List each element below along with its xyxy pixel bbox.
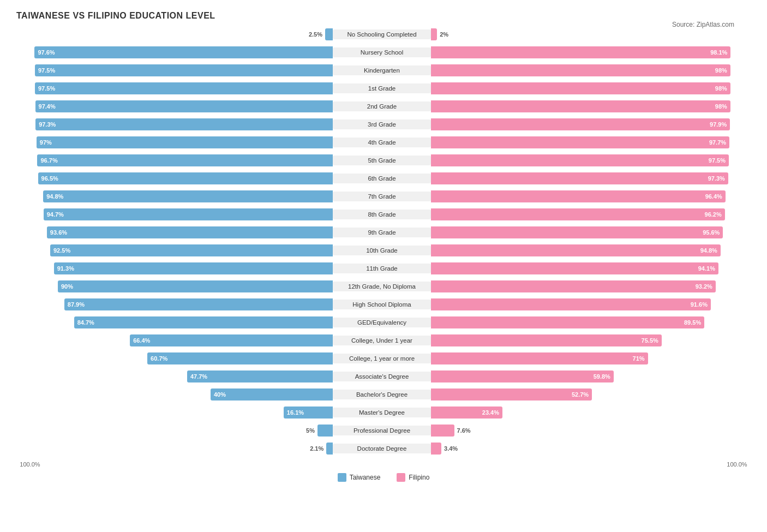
left-bar: 97.5%: [35, 64, 333, 76]
left-bar: 60.7%: [147, 352, 333, 364]
right-bar: 94.8%: [431, 244, 721, 256]
legend: Taiwanese Filipino: [16, 473, 751, 482]
left-value: 97.5%: [38, 85, 55, 92]
left-value: 87.9%: [68, 301, 85, 308]
left-bar: 47.7%: [187, 370, 333, 382]
chart-row: 5%Professional Degree7.6%: [16, 422, 751, 439]
left-bar: [325, 28, 333, 40]
chart-row: 92.5%10th Grade94.8%: [16, 242, 751, 259]
row-label: GED/Equivalency: [333, 318, 431, 327]
right-bar: 89.5%: [431, 316, 704, 328]
left-value: 84.7%: [77, 319, 94, 326]
filipino-swatch: [397, 473, 405, 482]
right-value: 95.6%: [703, 229, 720, 236]
left-bar: 96.5%: [38, 172, 333, 184]
axis-right: 100.0%: [723, 461, 751, 468]
left-value: 47.7%: [190, 373, 207, 380]
row-label: 7th Grade: [333, 192, 431, 201]
left-value: 66.4%: [133, 337, 150, 344]
left-bar: 84.7%: [74, 316, 333, 328]
chart-row: 94.8%7th Grade96.4%: [16, 188, 751, 205]
row-label: 11th Grade: [333, 264, 431, 273]
row-label: 8th Grade: [333, 210, 431, 219]
row-label: 12th Grade, No Diploma: [333, 282, 431, 291]
right-bar: [431, 28, 437, 40]
chart-row: 60.7%College, 1 year or more71%: [16, 350, 751, 367]
row-label: 1st Grade: [333, 83, 431, 93]
left-bar: 66.4%: [130, 334, 333, 346]
chart-row: 97.6%Nursery School98.1%: [16, 44, 751, 61]
left-bar: 91.3%: [54, 262, 333, 274]
right-bar: 71%: [431, 352, 648, 364]
left-value: 40%: [214, 391, 226, 398]
right-value: 89.5%: [684, 319, 701, 326]
right-bar: 98%: [431, 100, 730, 112]
row-label: Nursery School: [333, 47, 431, 57]
row-label: 4th Grade: [333, 138, 431, 147]
right-bar: 52.7%: [431, 388, 592, 401]
right-bar: [431, 443, 441, 455]
chart-area: 2.5%No Schooling Completed2%97.6%Nursery…: [16, 26, 751, 482]
right-bar: 97.7%: [431, 136, 729, 148]
left-value: 97.4%: [39, 103, 56, 110]
chart-row: 40%Bachelor's Degree52.7%: [16, 386, 751, 403]
chart-row: 90%12th Grade, No Diploma93.2%: [16, 278, 751, 295]
left-value: 97.3%: [39, 121, 56, 128]
chart-row: 47.7%Associate's Degree59.8%: [16, 368, 751, 385]
chart-row: 97.5%Kindergarten98%: [16, 62, 751, 79]
row-label: 5th Grade: [333, 156, 431, 165]
left-bar: 97.5%: [35, 82, 333, 94]
left-bar: 40%: [211, 388, 333, 401]
legend-filipino: Filipino: [397, 473, 429, 482]
left-bar: 94.8%: [43, 190, 333, 202]
right-bar: 98%: [431, 82, 730, 94]
row-label: Master's Degree: [333, 408, 431, 417]
left-value: 90%: [61, 283, 73, 290]
right-value: 94.1%: [698, 265, 715, 272]
left-bar: 16.1%: [284, 407, 333, 419]
right-bar: 59.8%: [431, 370, 614, 382]
chart-row: 96.7%5th Grade97.5%: [16, 152, 751, 169]
right-value: 7.6%: [457, 427, 471, 434]
left-bar: 92.5%: [50, 244, 333, 256]
chart-row: 97.4%2nd Grade98%: [16, 98, 751, 115]
row-label: College, Under 1 year: [333, 336, 431, 345]
right-bar: 98.1%: [431, 46, 730, 58]
chart-row: 2.1%Doctorate Degree3.4%: [16, 440, 751, 457]
right-bar: 96.4%: [431, 190, 726, 202]
right-value: 98%: [715, 85, 727, 92]
right-bar: 97.3%: [431, 172, 728, 184]
row-label: 10th Grade: [333, 246, 431, 255]
taiwanese-label: Taiwanese: [350, 474, 381, 481]
right-value: 94.8%: [700, 247, 717, 254]
left-bar: [326, 443, 333, 455]
right-value: 98.1%: [710, 49, 727, 56]
right-value: 96.2%: [705, 211, 722, 218]
right-bar: 95.6%: [431, 226, 723, 238]
right-value: 59.8%: [594, 373, 610, 380]
left-value: 2.1%: [310, 445, 323, 452]
left-bar: 97.3%: [35, 118, 333, 130]
right-bar: 97.9%: [431, 118, 730, 130]
chart-title: TAIWANESE VS FILIPINO EDUCATION LEVEL: [16, 11, 751, 21]
right-value: 52.7%: [572, 391, 589, 398]
right-bar: 96.2%: [431, 208, 725, 220]
chart-row: 91.3%11th Grade94.1%: [16, 260, 751, 277]
left-value: 97%: [40, 139, 52, 146]
right-value: 2%: [440, 31, 448, 38]
right-value: 91.6%: [691, 301, 708, 308]
right-bar: 75.5%: [431, 334, 662, 346]
left-bar: 97%: [37, 136, 333, 148]
left-value: 97.6%: [38, 49, 55, 56]
left-bar: 97.4%: [35, 100, 333, 112]
row-label: Professional Degree: [333, 426, 431, 435]
row-label: Kindergarten: [333, 65, 431, 75]
right-bar: 94.1%: [431, 262, 718, 274]
chart-row: 93.6%9th Grade95.6%: [16, 224, 751, 241]
chart-row: 97.3%3rd Grade97.9%: [16, 116, 751, 133]
right-value: 96.4%: [705, 193, 722, 200]
axis-labels: 100.0% 100.0%: [16, 461, 751, 468]
right-value: 97.5%: [709, 157, 726, 164]
right-value: 75.5%: [642, 337, 658, 344]
right-bar: 91.6%: [431, 298, 711, 310]
